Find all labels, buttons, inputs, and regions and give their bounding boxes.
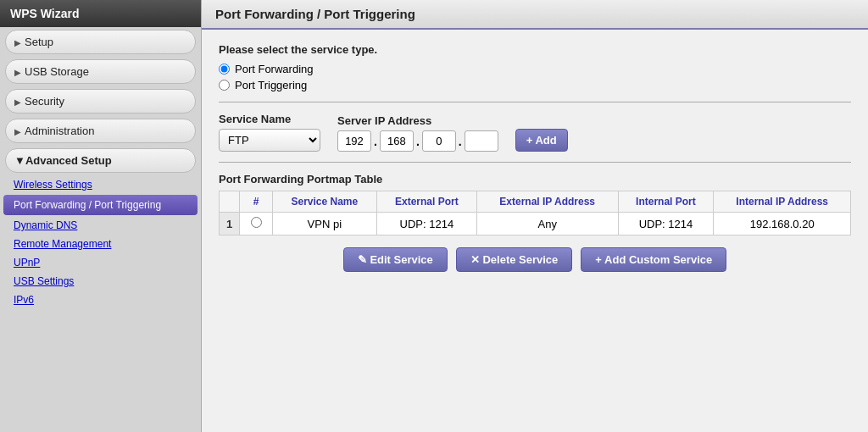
col-header-num: #: [240, 191, 273, 213]
table-header-row: # Service Name External Port External IP…: [220, 191, 851, 213]
service-type-question: Please select the service type.: [219, 43, 851, 56]
col-header-external-port: External Port: [376, 191, 476, 213]
col-header-service-name: Service Name: [272, 191, 376, 213]
sidebar-sub-port-forwarding[interactable]: Port Forwarding / Port Triggering: [3, 195, 198, 215]
sidebar-sub-dynamic-dns[interactable]: Dynamic DNS: [0, 216, 201, 235]
row-radio[interactable]: [251, 217, 262, 228]
table-section: Port Forwarding Portmap Table # Service …: [219, 173, 851, 235]
radio-port-triggering[interactable]: [219, 80, 230, 91]
row-service-name: VPN pi: [272, 213, 376, 235]
row-internal-port: UDP: 1214: [618, 213, 714, 235]
radio-label-port-forwarding[interactable]: Port Forwarding: [219, 63, 851, 75]
main-content: Please select the service type. Port For…: [202, 30, 868, 432]
row-select-cell[interactable]: [240, 213, 273, 235]
col-header-select: [220, 191, 240, 213]
col-header-internal-port: Internal Port: [618, 191, 714, 213]
sidebar-item-usb-storage[interactable]: ▶USB Storage: [5, 59, 196, 84]
ip-octet-1[interactable]: [337, 130, 371, 152]
ip-octet-2[interactable]: [380, 130, 414, 152]
divider-1: [219, 102, 851, 102]
action-row: ✎ Edit Service ✕ Delete Service + Add Cu…: [219, 247, 851, 272]
table-title: Port Forwarding Portmap Table: [219, 173, 851, 186]
row-num-cell: 1: [220, 213, 240, 235]
sidebar-sub-wireless-settings[interactable]: Wireless Settings: [0, 175, 201, 194]
sidebar-sub-remote-management[interactable]: Remote Management: [0, 235, 201, 253]
ip-octet-3[interactable]: [422, 130, 456, 152]
sidebar-item-setup[interactable]: ▶Setup: [5, 30, 196, 54]
arrow-icon: ▶: [14, 127, 21, 136]
form-group-server-ip: Server IP Address . . .: [337, 114, 498, 152]
row-external-port: UDP: 1214: [376, 213, 476, 235]
sidebar-title: WPS Wizard: [0, 0, 201, 27]
col-header-internal-ip: Internal IP Address: [714, 191, 851, 213]
sidebar-item-advanced-setup[interactable]: ▼Advanced Setup: [5, 148, 196, 173]
ip-dot-3: .: [459, 135, 462, 148]
sidebar-sub-usb-settings[interactable]: USB Settings: [0, 272, 201, 291]
server-ip-label: Server IP Address: [337, 114, 498, 127]
arrow-icon: ▶: [14, 97, 21, 107]
table-body: 1 VPN pi UDP: 1214 Any UDP: 1214 192.168…: [220, 213, 851, 235]
edit-service-button[interactable]: ✎ Edit Service: [343, 247, 448, 272]
main-panel: Port Forwarding / Port Triggering Please…: [202, 0, 868, 432]
row-external-ip: Any: [476, 213, 618, 235]
row-internal-ip: 192.168.0.20: [714, 213, 851, 235]
add-custom-service-button[interactable]: + Add Custom Service: [581, 247, 726, 272]
delete-service-button[interactable]: ✕ Delete Service: [456, 247, 573, 272]
ip-octet-4[interactable]: [465, 130, 498, 152]
add-button[interactable]: + Add: [515, 129, 568, 152]
radio-label-port-triggering[interactable]: Port Triggering: [219, 79, 851, 91]
sidebar-item-security[interactable]: ▶Security: [5, 89, 196, 114]
form-row-service: Service Name FTP Server IP Address . . .…: [219, 113, 851, 152]
col-header-external-ip: External IP Address: [476, 191, 618, 213]
divider-2: [219, 162, 851, 163]
sidebar: WPS Wizard ▶Setup ▶USB Storage ▶Security…: [0, 0, 202, 432]
page-title: Port Forwarding / Port Triggering: [202, 0, 868, 30]
table-row[interactable]: 1 VPN pi UDP: 1214 Any UDP: 1214 192.168…: [220, 213, 851, 235]
arrow-icon: ▼: [14, 154, 25, 167]
sidebar-item-administration[interactable]: ▶Administration: [5, 119, 196, 143]
ip-dot-2: .: [416, 135, 420, 148]
radio-port-forwarding[interactable]: [219, 64, 230, 75]
service-name-label: Service Name: [219, 113, 320, 125]
sidebar-sub-upnp[interactable]: UPnP: [0, 253, 201, 272]
arrow-icon: ▶: [14, 38, 21, 47]
sidebar-sub-ipv6[interactable]: IPv6: [0, 291, 201, 309]
radio-group-service-type: Port Forwarding Port Triggering: [219, 63, 851, 91]
portmap-table: # Service Name External Port External IP…: [219, 191, 851, 235]
form-group-service-name: Service Name FTP: [219, 113, 320, 152]
ip-input-group: . . .: [337, 130, 498, 152]
ip-dot-1: .: [374, 135, 377, 148]
service-name-select[interactable]: FTP: [219, 129, 320, 152]
arrow-icon: ▶: [14, 68, 21, 77]
table-head: # Service Name External Port External IP…: [220, 191, 851, 213]
